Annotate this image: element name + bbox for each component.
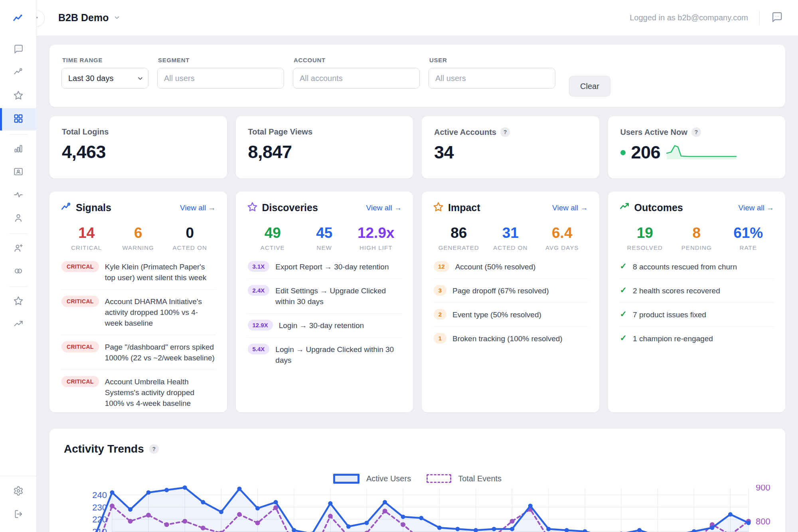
sidebar-bottom: [0, 476, 36, 532]
user-group: USER: [429, 55, 555, 97]
bar-chart-icon: [13, 143, 24, 155]
venn-circles-icon: [13, 266, 24, 278]
panel-title: Signals: [76, 202, 111, 214]
panel-title: Discoveries: [262, 202, 318, 214]
outcome-item[interactable]: ✓8 accounts rescued from churn: [619, 255, 774, 279]
metric-avg-days: 6.4AVG DAYS: [536, 225, 588, 251]
discovery-item[interactable]: 3.1XExport Report → 30-day retention: [247, 255, 402, 279]
svg-text:800: 800: [756, 516, 770, 526]
signals-list: CRITICALKyle Klein (Primatech Paper's to…: [61, 255, 216, 412]
clear-filters-button[interactable]: Clear: [569, 76, 610, 97]
legend-label: Active Users: [366, 474, 411, 483]
help-icon[interactable]: ?: [149, 444, 159, 454]
sidebar-item-accounts[interactable]: [0, 161, 37, 184]
chat-bubble-icon: [13, 44, 24, 56]
header-right: Logged in as b2b@company.com: [630, 11, 783, 25]
sidebar-item-messages[interactable]: [0, 39, 37, 61]
signals-icon: [61, 202, 71, 214]
help-icon[interactable]: ?: [500, 127, 510, 137]
impact-view-all-link[interactable]: View all →: [552, 204, 588, 212]
discovery-item[interactable]: 12.9XLogin → 30-day retention: [247, 313, 402, 337]
segment-input[interactable]: [157, 68, 284, 89]
legend-label: Total Events: [458, 474, 502, 483]
stat-title: Active Accounts: [434, 128, 496, 137]
user-plus-icon: [13, 243, 24, 255]
sidebar-item-activity[interactable]: [0, 184, 37, 207]
live-indicator-dot: [620, 150, 626, 155]
sidebar-item-invite[interactable]: [0, 237, 37, 260]
discovery-item[interactable]: 5.4XLogin → Upgrade Clicked within 30 da…: [247, 337, 402, 372]
outcomes-panel: Outcomes View all → 19RESOLVED 8PENDING …: [608, 192, 786, 412]
time-range-label: TIME RANGE: [62, 57, 148, 63]
sidebar-item-starred[interactable]: [0, 291, 37, 313]
impact-item[interactable]: 3Page dropoff (67% resolved): [433, 279, 588, 303]
filter-bar: TIME RANGE Last 30 days SEGMENT ACCOUNT …: [49, 45, 785, 107]
sidebar-item-users[interactable]: [0, 208, 37, 230]
account-group: ACCOUNT: [293, 55, 420, 97]
stat-title: Users Active Now: [620, 128, 687, 137]
sidebar-item-analytics[interactable]: [0, 138, 37, 160]
checkmark-icon: ✓: [620, 285, 627, 295]
impact-panel: Impact View all → 86GENERATED 31ACTED ON…: [422, 192, 599, 412]
discoveries-list: 3.1XExport Report → 30-day retention 2.4…: [247, 255, 402, 372]
workspace-switcher[interactable]: B2B Demo: [58, 12, 120, 24]
stat-value: 4,463: [62, 142, 215, 162]
chart-legend: Active Users Total Events: [64, 473, 771, 484]
count-badge: 2: [434, 309, 446, 320]
stat-title: Total Logins: [62, 127, 109, 136]
user-input[interactable]: [429, 68, 555, 89]
user-label: USER: [429, 57, 555, 63]
chart-title: Activity Trends: [64, 443, 144, 455]
help-icon[interactable]: ?: [691, 127, 701, 137]
account-input[interactable]: [293, 68, 420, 89]
stat-value: 34: [434, 142, 587, 163]
metric-active: 49ACTIVE: [247, 225, 299, 251]
metric-acted-on: 0ACTED ON: [164, 225, 216, 251]
discovery-item[interactable]: 2.4XEdit Settings → Upgrade Clicked with…: [247, 279, 402, 313]
stat-value: 8,847: [248, 142, 401, 162]
header-divider: [759, 11, 760, 25]
legend-swatch-total-events[interactable]: [427, 474, 451, 483]
metric-new: 45NEW: [298, 225, 350, 251]
legend-swatch-active-users[interactable]: [333, 474, 359, 484]
impact-list: 12Account (50% resolved) 3Page dropoff (…: [433, 255, 588, 350]
top-header: B2B Demo Logged in as b2b@company.com: [37, 0, 798, 36]
sidebar-item-favorites[interactable]: [0, 85, 37, 107]
impact-item[interactable]: 12Account (50% resolved): [433, 255, 588, 279]
metric-resolved: 19RESOLVED: [619, 225, 671, 251]
count-badge: 3: [434, 285, 446, 296]
sidebar-nav: [0, 38, 36, 336]
trending-up-icon: [13, 319, 24, 331]
sidebar-item-logout[interactable]: [0, 504, 37, 526]
signals-view-all-link[interactable]: View all →: [180, 204, 215, 212]
signal-item[interactable]: CRITICALAccount Umbrella Health Systems'…: [61, 370, 216, 412]
time-range-select[interactable]: Last 30 days: [61, 68, 148, 89]
metric-pending: 8PENDING: [671, 225, 723, 251]
outcome-item[interactable]: ✓7 product issues fixed: [619, 303, 774, 326]
sidebar-item-segments[interactable]: [0, 261, 37, 283]
impact-item[interactable]: 1Broken tracking (100% resolved): [433, 326, 588, 350]
outcome-item[interactable]: ✓1 champion re-engaged: [619, 326, 774, 350]
users-active-now-card: Users Active Now ? 206: [608, 116, 786, 178]
sidebar-item-dashboard[interactable]: [0, 108, 37, 131]
feedback-button[interactable]: [771, 11, 783, 25]
sidebar-item-trends[interactable]: [0, 314, 37, 336]
stat-value: 206: [631, 142, 661, 163]
total-page-views-card: Total Page Views 8,847: [236, 116, 413, 178]
svg-text:900: 900: [756, 485, 770, 492]
stat-title: Total Page Views: [248, 127, 313, 136]
signal-item[interactable]: CRITICALKyle Klein (Primatech Paper's to…: [61, 255, 216, 289]
impact-item[interactable]: 2Event type (50% resolved): [433, 303, 588, 326]
signal-item[interactable]: CRITICALAccount DHARMA Initiative's acti…: [61, 289, 216, 335]
sidebar-item-settings[interactable]: [0, 481, 37, 503]
outcomes-view-all-link[interactable]: View all →: [739, 204, 774, 212]
user-icon: [13, 213, 24, 225]
checkmark-icon: ✓: [620, 333, 627, 343]
checkmark-icon: ✓: [620, 261, 627, 271]
sidebar-item-signals[interactable]: [0, 62, 37, 84]
outcome-item[interactable]: ✓2 health scores recovered: [619, 279, 774, 303]
metric-warning: 6WARNING: [113, 225, 164, 251]
signal-item[interactable]: CRITICALPage "/dashboard" errors spiked …: [61, 335, 216, 370]
star-icon: [13, 296, 24, 308]
discoveries-view-all-link[interactable]: View all →: [366, 204, 402, 212]
